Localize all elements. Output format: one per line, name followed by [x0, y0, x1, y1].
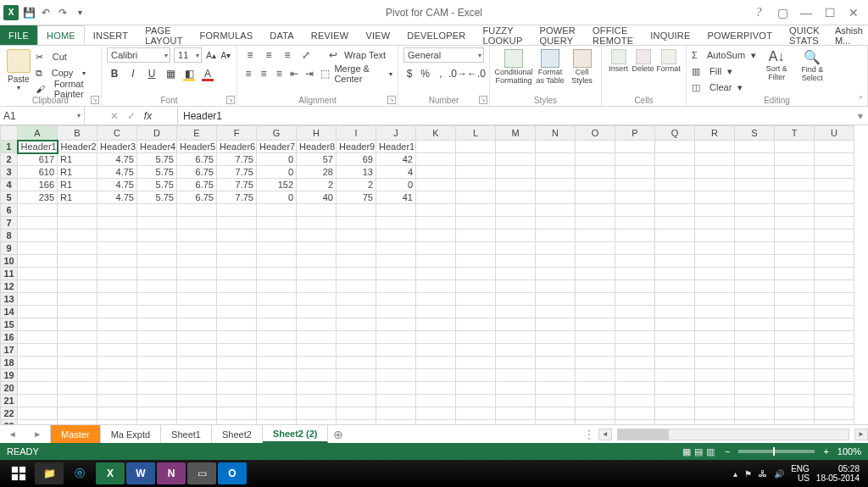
- cell-C22[interactable]: [97, 407, 137, 420]
- cell-T19[interactable]: [775, 369, 815, 382]
- cell-F21[interactable]: [217, 395, 257, 407]
- cell-E11[interactable]: [177, 268, 217, 280]
- cell-C9[interactable]: [97, 242, 137, 255]
- cell-T22[interactable]: [775, 407, 815, 420]
- cell-U14[interactable]: [815, 306, 854, 318]
- font-size-dropdown[interactable]: 11: [174, 47, 202, 63]
- sheet-tab-ma-exptd[interactable]: Ma Exptd: [101, 425, 161, 443]
- cell-R23[interactable]: [695, 420, 735, 425]
- row-header-17[interactable]: 17: [1, 344, 18, 357]
- cell-M1[interactable]: [496, 141, 536, 153]
- cell-U12[interactable]: [815, 280, 854, 293]
- cell-A13[interactable]: [18, 293, 58, 306]
- cell-S16[interactable]: [735, 331, 775, 344]
- cell-D13[interactable]: [137, 293, 177, 306]
- horizontal-scrollbar[interactable]: [617, 429, 849, 440]
- wrap-text-button[interactable]: Wrap Text: [344, 50, 386, 60]
- cell-H13[interactable]: [297, 293, 337, 306]
- maximize-icon[interactable]: ☐: [821, 4, 839, 21]
- cell-Q4[interactable]: [655, 179, 695, 191]
- qat-more-icon[interactable]: ▾: [73, 6, 86, 19]
- clear-button[interactable]: ◫ Clear ▾: [692, 80, 756, 95]
- cell-B6[interactable]: [58, 204, 97, 217]
- cell-L12[interactable]: [456, 280, 496, 293]
- cell-G8[interactable]: [257, 230, 297, 242]
- cell-L4[interactable]: [456, 179, 496, 191]
- cell-H1[interactable]: Header8: [297, 141, 337, 153]
- cell-L7[interactable]: [456, 217, 496, 230]
- cell-F9[interactable]: [217, 242, 257, 255]
- cell-F11[interactable]: [217, 268, 257, 280]
- cell-R7[interactable]: [695, 217, 735, 230]
- row-header-15[interactable]: 15: [1, 318, 18, 331]
- cut-button[interactable]: ✂ Cut: [36, 49, 96, 64]
- ribbon-tab-view[interactable]: VIEW: [357, 25, 398, 45]
- orientation-icon[interactable]: ⤢: [298, 47, 314, 63]
- cell-E3[interactable]: 6.75: [177, 166, 217, 179]
- cell-E16[interactable]: [177, 331, 217, 344]
- underline-button[interactable]: U: [144, 66, 159, 81]
- col-header-L[interactable]: L: [456, 126, 496, 141]
- row-header-11[interactable]: 11: [1, 268, 18, 280]
- cell-D17[interactable]: [137, 344, 177, 357]
- cell-A18[interactable]: [18, 357, 58, 369]
- cell-B7[interactable]: [58, 217, 97, 230]
- cell-S10[interactable]: [735, 255, 775, 268]
- cell-L21[interactable]: [456, 395, 496, 407]
- row-header-8[interactable]: 8: [1, 230, 18, 242]
- cell-O11[interactable]: [576, 268, 615, 280]
- cell-H6[interactable]: [297, 204, 337, 217]
- cell-C8[interactable]: [97, 230, 137, 242]
- hscroll-right[interactable]: ►: [854, 429, 868, 440]
- row-header-16[interactable]: 16: [1, 331, 18, 344]
- cell-M4[interactable]: [496, 179, 536, 191]
- cell-A20[interactable]: [18, 382, 58, 395]
- cell-N10[interactable]: [536, 255, 576, 268]
- cell-R15[interactable]: [695, 318, 735, 331]
- cell-S19[interactable]: [735, 369, 775, 382]
- cell-L16[interactable]: [456, 331, 496, 344]
- cell-J6[interactable]: [376, 204, 416, 217]
- cell-J14[interactable]: [376, 306, 416, 318]
- col-header-M[interactable]: M: [496, 126, 536, 141]
- tray-up-icon[interactable]: ▴: [733, 469, 737, 479]
- ribbon-tab-fuzzy-lookup[interactable]: Fuzzy Lookup: [474, 25, 531, 45]
- cell-K6[interactable]: [416, 204, 456, 217]
- cell-J20[interactable]: [376, 382, 416, 395]
- cell-P9[interactable]: [615, 242, 655, 255]
- align-left-icon[interactable]: ≡: [242, 66, 254, 81]
- cell-A6[interactable]: [18, 204, 58, 217]
- row-header-18[interactable]: 18: [1, 357, 18, 369]
- cell-J7[interactable]: [376, 217, 416, 230]
- cell-I4[interactable]: 2: [337, 179, 376, 191]
- cell-J3[interactable]: 4: [376, 166, 416, 179]
- cell-U19[interactable]: [815, 369, 854, 382]
- cell-D4[interactable]: 5.75: [137, 179, 177, 191]
- cell-N9[interactable]: [536, 242, 576, 255]
- ribbon-tab-formulas[interactable]: FORMULAS: [192, 25, 262, 45]
- clipboard-launcher[interactable]: ↘: [91, 96, 99, 104]
- cell-M16[interactable]: [496, 331, 536, 344]
- cell-N4[interactable]: [536, 179, 576, 191]
- cell-O14[interactable]: [576, 306, 615, 318]
- cell-S21[interactable]: [735, 395, 775, 407]
- cell-L9[interactable]: [456, 242, 496, 255]
- cell-I5[interactable]: 75: [337, 191, 376, 204]
- cell-O10[interactable]: [576, 255, 615, 268]
- cell-H11[interactable]: [297, 268, 337, 280]
- cell-K17[interactable]: [416, 344, 456, 357]
- cell-O22[interactable]: [576, 407, 615, 420]
- cell-O20[interactable]: [576, 382, 615, 395]
- cell-Q20[interactable]: [655, 382, 695, 395]
- cell-C17[interactable]: [97, 344, 137, 357]
- cell-I22[interactable]: [337, 407, 376, 420]
- cell-I3[interactable]: 13: [337, 166, 376, 179]
- cell-Q1[interactable]: [655, 141, 695, 153]
- cell-J1[interactable]: Header10: [376, 141, 416, 153]
- cell-A2[interactable]: 617: [18, 153, 58, 166]
- cell-L1[interactable]: [456, 141, 496, 153]
- cell-U20[interactable]: [815, 382, 854, 395]
- cell-T7[interactable]: [775, 217, 815, 230]
- cell-L17[interactable]: [456, 344, 496, 357]
- cell-N16[interactable]: [536, 331, 576, 344]
